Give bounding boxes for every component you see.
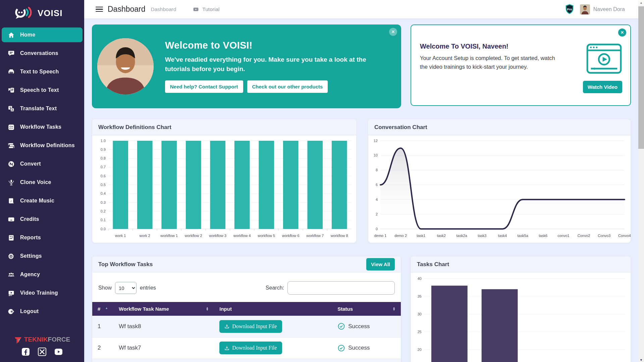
view-all-button[interactable]: View All xyxy=(366,258,395,270)
sidebar-item-settings[interactable]: ⚙Settings xyxy=(2,249,83,263)
svg-text:0.7: 0.7 xyxy=(101,165,106,169)
sidebar-item-video-training[interactable]: Video Training xyxy=(2,286,83,300)
sidebar-item-convert[interactable]: Convert xyxy=(2,157,83,171)
convert-icon xyxy=(7,160,15,168)
brand-name: VOISI xyxy=(38,8,62,18)
top-header: Dashboard Dashboard Tutorial Pro Naveen … xyxy=(84,0,638,18)
voisi-logo-icon xyxy=(13,5,35,21)
conversation-chart-title: Conversation Chart xyxy=(374,124,427,131)
vertical-scrollbar[interactable]: ▲ ▼ xyxy=(638,0,644,362)
home-icon xyxy=(7,31,15,39)
sidebar-item-text-to-speech[interactable]: Text to Speech xyxy=(2,64,83,79)
svg-text:workflow 7: workflow 7 xyxy=(306,234,324,238)
download-input-file-button[interactable]: Download Input File xyxy=(219,320,282,333)
svg-text:0.6: 0.6 xyxy=(101,174,106,178)
top-workflow-tasks-card: Top Workflow Tasks View All Show 10 entr… xyxy=(92,256,401,362)
card-close-icon[interactable]: ✕ xyxy=(618,28,626,37)
welcome-video-card: ✕ Welcome To VOISI, Naveen! Your Account… xyxy=(411,24,631,106)
banner-message: We've readied everything for you. Make s… xyxy=(165,55,380,73)
app-logo: VOISI xyxy=(0,0,84,26)
sidebar-item-conversations[interactable]: Conversations xyxy=(2,46,83,61)
scroll-up-icon[interactable]: ▲ xyxy=(638,0,644,6)
user-menu[interactable]: Naveen Dora xyxy=(580,4,625,14)
sidebar: VOISI HomeConversationsText to SpeechSpe… xyxy=(0,0,84,362)
sidebar-item-reports[interactable]: Reports xyxy=(2,230,83,245)
sidebar-item-translate-text[interactable]: TATranslate Text xyxy=(2,101,83,116)
column-header-status[interactable]: Status▲▼ xyxy=(332,302,401,316)
download-input-file-button[interactable]: Download Input File xyxy=(219,342,282,354)
search-input[interactable] xyxy=(287,281,395,295)
main-content: ✕ Welcome to VOISI! We've readied everyt… xyxy=(84,18,638,362)
user-avatar xyxy=(580,4,590,14)
sidebar-item-speech-to-text[interactable]: Speech to Text xyxy=(2,83,83,98)
svg-text:task4: task4 xyxy=(498,234,507,238)
x-twitter-icon[interactable] xyxy=(38,348,46,357)
watch-video-button[interactable]: Watch Video xyxy=(583,81,622,93)
sidebar-item-clone-voice[interactable]: Clone Voice xyxy=(2,175,83,190)
svg-text:20: 20 xyxy=(418,348,422,352)
other-products-button[interactable]: Check out our other products xyxy=(247,80,328,93)
video-training-icon xyxy=(7,289,15,297)
svg-text:Pro: Pro xyxy=(567,8,572,11)
svg-text:0.3: 0.3 xyxy=(101,200,106,204)
agency-icon xyxy=(7,271,15,278)
table-header-row: #▲Workflow Task Name▲▼InputStatus▲▼ xyxy=(92,302,401,316)
svg-text:task6: task6 xyxy=(539,234,547,238)
contact-support-button[interactable]: Need help? Contact Support xyxy=(165,80,243,93)
svg-text:4: 4 xyxy=(376,197,378,201)
page-size-select[interactable]: 10 xyxy=(115,282,137,294)
svg-text:0: 0 xyxy=(376,227,378,231)
svg-text:10: 10 xyxy=(374,153,378,157)
welcome-banner: ✕ Welcome to VOISI! We've readied everyt… xyxy=(92,24,401,108)
youtube-icon[interactable] xyxy=(54,348,63,357)
row-number: 2 xyxy=(92,337,113,359)
svg-text:2: 2 xyxy=(376,212,378,216)
svg-text:Convo4: Convo4 xyxy=(618,234,631,238)
column-header-input[interactable]: Input xyxy=(214,302,332,316)
text-to-speech-icon xyxy=(7,68,15,75)
breadcrumb: Dashboard xyxy=(151,6,176,12)
workflow-definitions-chart: 0.00.10.20.30.40.50.60.70.80.91.0work 1w… xyxy=(92,135,356,243)
scrollbar-thumb[interactable] xyxy=(638,6,644,149)
sidebar-item-agency[interactable]: Agency xyxy=(2,267,83,282)
column-header--[interactable]: #▲ xyxy=(92,302,113,316)
task-name xyxy=(113,359,214,362)
column-header-workflow-task-name[interactable]: Workflow Task Name▲▼ xyxy=(113,302,214,316)
sidebar-item-credits[interactable]: Credits xyxy=(2,212,83,227)
svg-text:25: 25 xyxy=(418,330,422,334)
logout-icon xyxy=(7,308,15,315)
svg-text:0.9: 0.9 xyxy=(101,147,106,152)
download-icon xyxy=(224,346,229,351)
banner-close-icon[interactable]: ✕ xyxy=(389,28,397,36)
sort-icons: ▲▼ xyxy=(393,307,395,311)
svg-text:workflow 1: workflow 1 xyxy=(160,234,178,238)
svg-text:6: 6 xyxy=(376,183,378,187)
download-icon xyxy=(224,324,229,329)
reports-icon xyxy=(7,234,15,241)
sidebar-item-home[interactable]: Home xyxy=(2,27,83,42)
svg-text:task1: task1 xyxy=(417,234,425,238)
show-label: Show xyxy=(98,285,112,291)
speech-to-text-icon xyxy=(7,86,15,94)
sidebar-item-create-music[interactable]: ♪Create Music xyxy=(2,193,83,208)
svg-text:30: 30 xyxy=(418,312,422,316)
tutorial-link[interactable]: Tutorial xyxy=(192,6,219,12)
sidebar-item-workflow-definitions[interactable]: Workflow Definitions xyxy=(2,138,83,153)
tasks-chart-title: Tasks Chart xyxy=(417,261,449,268)
sort-icons: ▲▼ xyxy=(206,307,209,311)
svg-text:task5a: task5a xyxy=(517,234,528,238)
sidebar-item-logout[interactable]: Logout xyxy=(2,304,83,319)
svg-text:workflow 5: workflow 5 xyxy=(257,234,275,238)
credits-icon xyxy=(7,216,15,223)
conversation-chart-card: Conversation Chart 024681012demo 1demo 2… xyxy=(368,119,631,243)
task-name: Wf task7 xyxy=(113,337,214,359)
svg-text:convo1: convo1 xyxy=(557,234,569,238)
pro-badge[interactable]: Pro xyxy=(564,4,575,15)
welcome-card-message: Your Account Setup is completed. To get … xyxy=(420,54,561,71)
svg-text:work 2: work 2 xyxy=(139,234,150,238)
svg-text:workflow 6: workflow 6 xyxy=(282,234,300,238)
scroll-down-icon[interactable]: ▼ xyxy=(638,358,644,362)
sidebar-item-workflow-tasks[interactable]: Workflow Tasks xyxy=(2,120,83,134)
hamburger-menu-icon[interactable] xyxy=(96,7,103,12)
facebook-icon[interactable] xyxy=(21,348,30,357)
